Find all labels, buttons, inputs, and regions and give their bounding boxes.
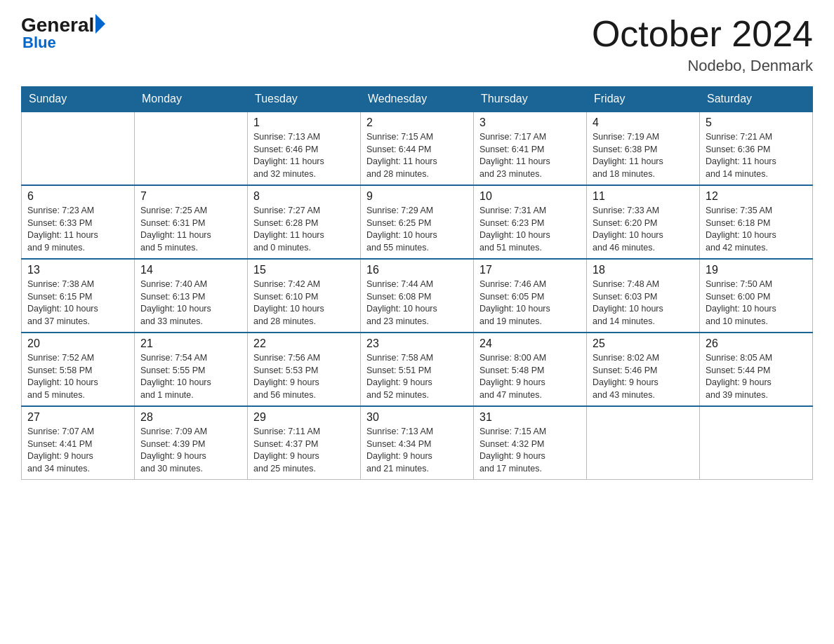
location: Nodebo, Denmark: [592, 57, 813, 75]
day-number: 13: [27, 264, 128, 276]
day-number: 4: [593, 116, 694, 129]
calendar-cell: 12Sunrise: 7:35 AM Sunset: 6:18 PM Dayli…: [700, 185, 813, 259]
day-number: 19: [706, 264, 807, 276]
day-number: 2: [366, 116, 468, 129]
month-title: October 2024: [592, 14, 813, 54]
day-number: 27: [27, 411, 128, 424]
day-number: 17: [479, 264, 581, 276]
day-info: Sunrise: 7:46 AM Sunset: 6:05 PM Dayligh…: [479, 279, 581, 328]
day-info: Sunrise: 7:29 AM Sunset: 6:25 PM Dayligh…: [366, 205, 468, 254]
day-number: 10: [479, 190, 581, 203]
day-number: 24: [479, 337, 581, 350]
day-info: Sunrise: 7:58 AM Sunset: 5:51 PM Dayligh…: [366, 352, 468, 401]
calendar-cell: 16Sunrise: 7:44 AM Sunset: 6:08 PM Dayli…: [361, 259, 474, 333]
day-number: 22: [253, 337, 355, 350]
day-number: 30: [366, 411, 468, 424]
calendar-cell: 14Sunrise: 7:40 AM Sunset: 6:13 PM Dayli…: [135, 259, 248, 333]
day-info: Sunrise: 7:21 AM Sunset: 6:36 PM Dayligh…: [706, 131, 807, 180]
calendar-cell: 4Sunrise: 7:19 AM Sunset: 6:38 PM Daylig…: [587, 112, 700, 185]
calendar-cell: 30Sunrise: 7:13 AM Sunset: 4:34 PM Dayli…: [361, 406, 474, 480]
day-number: 26: [706, 337, 807, 350]
calendar-cell: 24Sunrise: 8:00 AM Sunset: 5:48 PM Dayli…: [474, 333, 587, 406]
day-info: Sunrise: 7:25 AM Sunset: 6:31 PM Dayligh…: [140, 205, 241, 254]
calendar-cell: 15Sunrise: 7:42 AM Sunset: 6:10 PM Dayli…: [248, 259, 361, 333]
day-info: Sunrise: 7:42 AM Sunset: 6:10 PM Dayligh…: [253, 279, 355, 328]
calendar-table: Sunday Monday Tuesday Wednesday Thursday…: [21, 86, 813, 480]
logo: General Blue: [21, 14, 105, 52]
day-info: Sunrise: 7:09 AM Sunset: 4:39 PM Dayligh…: [140, 426, 241, 475]
day-number: 11: [593, 190, 694, 203]
week-row-2: 6Sunrise: 7:23 AM Sunset: 6:33 PM Daylig…: [22, 185, 813, 259]
week-row-3: 13Sunrise: 7:38 AM Sunset: 6:15 PM Dayli…: [22, 259, 813, 333]
day-number: 12: [706, 190, 807, 203]
calendar-cell: 25Sunrise: 8:02 AM Sunset: 5:46 PM Dayli…: [587, 333, 700, 406]
calendar-cell: 20Sunrise: 7:52 AM Sunset: 5:58 PM Dayli…: [22, 333, 135, 406]
day-number: 14: [140, 264, 241, 276]
col-saturday: Saturday: [700, 87, 813, 112]
logo-blue-text: Blue: [22, 34, 56, 52]
calendar-cell: [135, 112, 248, 185]
page-header: General Blue October 2024 Nodebo, Denmar…: [21, 14, 813, 75]
calendar-cell: 26Sunrise: 8:05 AM Sunset: 5:44 PM Dayli…: [700, 333, 813, 406]
calendar-cell: 18Sunrise: 7:48 AM Sunset: 6:03 PM Dayli…: [587, 259, 700, 333]
calendar-cell: 28Sunrise: 7:09 AM Sunset: 4:39 PM Dayli…: [135, 406, 248, 480]
day-number: 23: [366, 337, 468, 350]
calendar-cell: 23Sunrise: 7:58 AM Sunset: 5:51 PM Dayli…: [361, 333, 474, 406]
calendar-cell: 10Sunrise: 7:31 AM Sunset: 6:23 PM Dayli…: [474, 185, 587, 259]
day-info: Sunrise: 7:44 AM Sunset: 6:08 PM Dayligh…: [366, 279, 468, 328]
calendar-cell: 29Sunrise: 7:11 AM Sunset: 4:37 PM Dayli…: [248, 406, 361, 480]
calendar-cell: 17Sunrise: 7:46 AM Sunset: 6:05 PM Dayli…: [474, 259, 587, 333]
calendar-cell: 27Sunrise: 7:07 AM Sunset: 4:41 PM Dayli…: [22, 406, 135, 480]
calendar-cell: 2Sunrise: 7:15 AM Sunset: 6:44 PM Daylig…: [361, 112, 474, 185]
day-info: Sunrise: 7:11 AM Sunset: 4:37 PM Dayligh…: [253, 426, 355, 475]
calendar-cell: 8Sunrise: 7:27 AM Sunset: 6:28 PM Daylig…: [248, 185, 361, 259]
week-row-4: 20Sunrise: 7:52 AM Sunset: 5:58 PM Dayli…: [22, 333, 813, 406]
calendar-cell: [587, 406, 700, 480]
day-info: Sunrise: 8:02 AM Sunset: 5:46 PM Dayligh…: [593, 352, 694, 401]
calendar-cell: 7Sunrise: 7:25 AM Sunset: 6:31 PM Daylig…: [135, 185, 248, 259]
day-number: 25: [593, 337, 694, 350]
day-info: Sunrise: 7:07 AM Sunset: 4:41 PM Dayligh…: [27, 426, 128, 475]
day-info: Sunrise: 7:17 AM Sunset: 6:41 PM Dayligh…: [479, 131, 581, 180]
day-number: 29: [253, 411, 355, 424]
day-number: 7: [140, 190, 241, 203]
day-info: Sunrise: 7:33 AM Sunset: 6:20 PM Dayligh…: [593, 205, 694, 254]
day-info: Sunrise: 8:05 AM Sunset: 5:44 PM Dayligh…: [706, 352, 807, 401]
day-number: 28: [140, 411, 241, 424]
day-number: 20: [27, 337, 128, 350]
day-number: 21: [140, 337, 241, 350]
col-sunday: Sunday: [22, 87, 135, 112]
col-monday: Monday: [135, 87, 248, 112]
day-info: Sunrise: 7:35 AM Sunset: 6:18 PM Dayligh…: [706, 205, 807, 254]
day-number: 15: [253, 264, 355, 276]
day-info: Sunrise: 7:50 AM Sunset: 6:00 PM Dayligh…: [706, 279, 807, 328]
day-info: Sunrise: 7:40 AM Sunset: 6:13 PM Dayligh…: [140, 279, 241, 328]
day-number: 1: [253, 116, 355, 129]
calendar-header-row: Sunday Monday Tuesday Wednesday Thursday…: [22, 87, 813, 112]
calendar-cell: 22Sunrise: 7:56 AM Sunset: 5:53 PM Dayli…: [248, 333, 361, 406]
day-info: Sunrise: 7:19 AM Sunset: 6:38 PM Dayligh…: [593, 131, 694, 180]
day-info: Sunrise: 7:23 AM Sunset: 6:33 PM Dayligh…: [27, 205, 128, 254]
day-number: 31: [479, 411, 581, 424]
calendar-cell: [22, 112, 135, 185]
calendar-cell: 19Sunrise: 7:50 AM Sunset: 6:00 PM Dayli…: [700, 259, 813, 333]
day-info: Sunrise: 7:15 AM Sunset: 6:44 PM Dayligh…: [366, 131, 468, 180]
week-row-1: 1Sunrise: 7:13 AM Sunset: 6:46 PM Daylig…: [22, 112, 813, 185]
day-number: 9: [366, 190, 468, 203]
calendar-cell: [700, 406, 813, 480]
calendar-cell: 5Sunrise: 7:21 AM Sunset: 6:36 PM Daylig…: [700, 112, 813, 185]
logo-arrow-icon: [95, 14, 105, 34]
week-row-5: 27Sunrise: 7:07 AM Sunset: 4:41 PM Dayli…: [22, 406, 813, 480]
title-section: October 2024 Nodebo, Denmark: [592, 14, 813, 75]
day-number: 18: [593, 264, 694, 276]
day-number: 16: [366, 264, 468, 276]
day-info: Sunrise: 7:56 AM Sunset: 5:53 PM Dayligh…: [253, 352, 355, 401]
col-friday: Friday: [587, 87, 700, 112]
calendar-cell: 9Sunrise: 7:29 AM Sunset: 6:25 PM Daylig…: [361, 185, 474, 259]
day-info: Sunrise: 7:13 AM Sunset: 4:34 PM Dayligh…: [366, 426, 468, 475]
day-info: Sunrise: 7:31 AM Sunset: 6:23 PM Dayligh…: [479, 205, 581, 254]
day-info: Sunrise: 7:48 AM Sunset: 6:03 PM Dayligh…: [593, 279, 694, 328]
col-wednesday: Wednesday: [361, 87, 474, 112]
day-info: Sunrise: 7:15 AM Sunset: 4:32 PM Dayligh…: [479, 426, 581, 475]
calendar-cell: 3Sunrise: 7:17 AM Sunset: 6:41 PM Daylig…: [474, 112, 587, 185]
